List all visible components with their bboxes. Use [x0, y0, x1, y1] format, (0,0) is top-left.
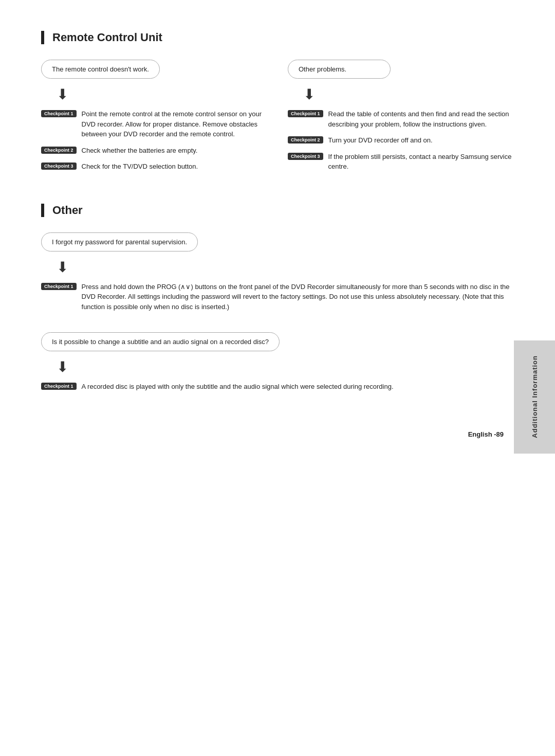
- checkpoint-row: Checkpoint 1 Read the table of contents …: [288, 109, 514, 129]
- checkpoint-text-p1: Press and hold down the PROG (∧∨) button…: [82, 282, 514, 312]
- checkpoint-row: Checkpoint 3 If the problem still persis…: [288, 152, 514, 172]
- col-other-problems: Other problems. ⬇ Checkpoint 1 Read the …: [288, 60, 514, 178]
- arrow-down-subtitle: ⬇: [57, 358, 514, 375]
- problem-box-remote: The remote control doesn't work.: [41, 60, 160, 79]
- checkpoint-text-o2: Turn your DVD recorder off and on.: [328, 135, 433, 146]
- arrow-down-remote: ⬇: [57, 86, 267, 103]
- arrow-down-password: ⬇: [57, 259, 514, 276]
- checkpoint-badge-r1: Checkpoint 1: [41, 110, 77, 117]
- title-bar-icon-other: [41, 204, 44, 217]
- checkpoint-badge-s1: Checkpoint 1: [41, 383, 77, 390]
- checkpoint-badge-r3: Checkpoint 3: [41, 163, 77, 170]
- problem-box-password: I forgot my password for parental superv…: [41, 232, 198, 251]
- problem-box-subtitle: Is it possible to change a subtitle and …: [41, 332, 280, 351]
- other-title-text: Other: [52, 204, 83, 217]
- checkpoint-text-s1: A recorded disc is played with only the …: [82, 382, 394, 392]
- checkpoint-row: Checkpoint 1 Point the remote control at…: [41, 109, 267, 139]
- remote-control-columns: The remote control doesn't work. ⬇ Check…: [41, 60, 514, 178]
- title-bar-icon: [41, 31, 44, 44]
- other-section-title: Other: [41, 204, 514, 217]
- checkpoint-badge-o2: Checkpoint 2: [288, 136, 323, 143]
- checkpoint-badge-o3: Checkpoint 3: [288, 153, 323, 160]
- checkpoint-text-r1: Point the remote control at the remote c…: [82, 109, 267, 139]
- problem-text-remote: The remote control doesn't work.: [52, 65, 149, 73]
- checkpoint-text-o1: Read the table of contents and then find…: [328, 109, 514, 129]
- checkpoint-badge-p1: Checkpoint 1: [41, 283, 77, 290]
- sidebar-additional-info: Additional Information: [514, 340, 555, 454]
- col-remote: The remote control doesn't work. ⬇ Check…: [41, 60, 267, 178]
- problem-text-subtitle: Is it possible to change a subtitle and …: [52, 338, 269, 346]
- checkpoint-text-r3: Check for the TV/DVD selection button.: [82, 161, 198, 172]
- problem-text-password: I forgot my password for parental superv…: [52, 238, 187, 246]
- checkpoint-badge-r2: Checkpoint 2: [41, 147, 77, 154]
- checkpoint-row: Checkpoint 3 Check for the TV/DVD select…: [41, 161, 267, 172]
- problem-box-other: Other problems.: [288, 60, 391, 79]
- password-group: I forgot my password for parental superv…: [41, 232, 514, 312]
- page-number-text: English -89: [468, 430, 504, 438]
- checkpoint-badge-o1: Checkpoint 1: [288, 110, 323, 117]
- page: Remote Control Unit The remote control d…: [0, 0, 555, 454]
- other-section: Other I forgot my password for parental …: [41, 204, 514, 392]
- page-number: English -89: [468, 430, 504, 438]
- arrow-down-other: ⬇: [303, 86, 514, 103]
- checkpoint-row: Checkpoint 1 A recorded disc is played w…: [41, 382, 514, 392]
- subtitle-group: Is it possible to change a subtitle and …: [41, 332, 514, 392]
- remote-control-title-text: Remote Control Unit: [52, 31, 162, 44]
- checkpoint-row: Checkpoint 2 Check whether the batteries…: [41, 146, 267, 156]
- checkpoint-text-o3: If the problem still persists, contact a…: [328, 152, 514, 172]
- remote-control-section: Remote Control Unit The remote control d…: [41, 31, 514, 178]
- sidebar-label-text: Additional Information: [531, 355, 539, 438]
- problem-text-other: Other problems.: [299, 65, 346, 73]
- remote-control-title: Remote Control Unit: [41, 31, 514, 44]
- checkpoint-row: Checkpoint 2 Turn your DVD recorder off …: [288, 135, 514, 146]
- checkpoint-row: Checkpoint 1 Press and hold down the PRO…: [41, 282, 514, 312]
- checkpoint-text-r2: Check whether the batteries are empty.: [82, 146, 198, 156]
